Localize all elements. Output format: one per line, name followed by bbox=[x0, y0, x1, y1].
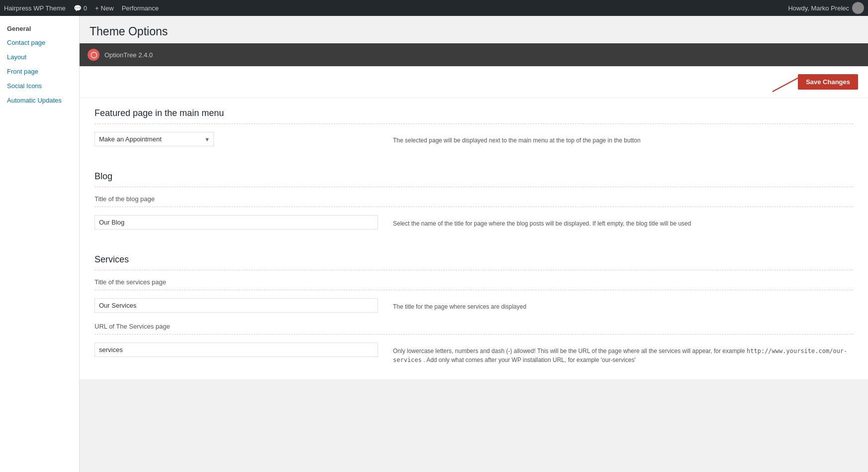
sidebar-item-front-page[interactable]: Front page bbox=[0, 64, 79, 79]
section-featured-page: Featured page in the main menu Make an A… bbox=[95, 98, 853, 161]
site-name[interactable]: Hairpress WP Theme bbox=[4, 4, 66, 12]
plus-icon: + bbox=[95, 4, 99, 12]
ot-version: OptionTree 2.4.0 bbox=[104, 51, 153, 59]
services-url-description: Only lowercase letters, numbers and dash… bbox=[393, 343, 853, 364]
performance-menu[interactable]: Performance bbox=[122, 4, 159, 12]
services-url-divider bbox=[95, 334, 853, 335]
services-title-divider bbox=[95, 290, 853, 290]
arrow-annotation bbox=[769, 71, 808, 96]
new-menu[interactable]: + New bbox=[95, 4, 114, 12]
field-main-services-title bbox=[95, 298, 378, 313]
general-section-label: General bbox=[0, 21, 79, 35]
services-title-input[interactable] bbox=[95, 298, 378, 313]
admin-sidebar: General Contact page Layout Front page S… bbox=[0, 16, 80, 472]
page-title-wrap: Theme Options bbox=[80, 16, 868, 43]
field-main-featured-page: Make an Appointment About Us Services Co… bbox=[95, 132, 378, 146]
blog-sub-section: Title of the blog page Select the name o… bbox=[95, 195, 853, 230]
field-row-services-url: Only lowercase letters, numbers and dash… bbox=[95, 343, 853, 364]
field-row-blog-title: Select the name of the title for page wh… bbox=[95, 215, 853, 230]
ot-icon: ◯ bbox=[88, 49, 99, 61]
services-title-sub-section: Title of the services page The title for… bbox=[95, 278, 853, 313]
blog-title-input[interactable] bbox=[95, 215, 378, 230]
sidebar-item-contact-page[interactable]: Contact page bbox=[0, 35, 79, 50]
section-divider bbox=[95, 123, 853, 124]
page-title: Theme Options bbox=[90, 25, 858, 38]
option-tree-header: ◯ OptionTree 2.4.0 bbox=[80, 43, 868, 66]
blog-field-label: Title of the blog page bbox=[95, 195, 853, 203]
field-main-services-url bbox=[95, 343, 378, 357]
admin-bar: Hairpress WP Theme 💬 0 + New Performance… bbox=[0, 0, 868, 16]
field-row-services-title: The title for the page where services ar… bbox=[95, 298, 853, 313]
sidebar-item-automatic-updates[interactable]: Automatic Updates bbox=[0, 93, 79, 108]
section-blog-title: Blog bbox=[95, 171, 853, 182]
featured-page-select[interactable]: Make an Appointment About Us Services Co… bbox=[95, 132, 214, 146]
section-services: Services Title of the services page The … bbox=[95, 244, 853, 379]
blog-field-divider bbox=[95, 207, 853, 207]
services-url-sub-section: URL of The Services page Only lowercase … bbox=[95, 323, 853, 364]
comment-bubble-icon: 💬 bbox=[74, 4, 82, 12]
user-info: Howdy, Marko Prelec bbox=[788, 2, 864, 14]
field-row-featured-page: Make an Appointment About Us Services Co… bbox=[95, 132, 853, 146]
services-title-label: Title of the services page bbox=[95, 278, 853, 286]
featured-page-select-wrap[interactable]: Make an Appointment About Us Services Co… bbox=[95, 132, 214, 146]
services-title-description: The title for the page where services ar… bbox=[393, 298, 853, 311]
save-changes-bar: Save Changes bbox=[80, 66, 868, 98]
form-body: Featured page in the main menu Make an A… bbox=[80, 98, 868, 379]
user-greeting: Howdy, Marko Prelec bbox=[788, 4, 849, 12]
avatar bbox=[852, 2, 864, 14]
featured-page-description: The selected page will be displayed next… bbox=[393, 132, 853, 145]
services-url-input[interactable] bbox=[95, 343, 378, 357]
section-featured-page-title: Featured page in the main menu bbox=[95, 108, 853, 118]
section-blog-divider bbox=[95, 187, 853, 187]
sidebar-item-social-icons[interactable]: Social Icons bbox=[0, 79, 79, 93]
svg-line-0 bbox=[772, 76, 802, 92]
blog-title-description: Select the name of the title for page wh… bbox=[393, 215, 853, 228]
form-fields-area: Featured page in the main menu Make an A… bbox=[80, 98, 868, 379]
sidebar-item-layout[interactable]: Layout bbox=[0, 50, 79, 64]
services-url-label: URL of The Services page bbox=[95, 323, 853, 330]
section-services-title: Services bbox=[95, 254, 853, 265]
field-main-blog-title bbox=[95, 215, 378, 230]
section-services-divider bbox=[95, 270, 853, 270]
section-blog: Blog Title of the blog page Select the n… bbox=[95, 161, 853, 244]
comments-link[interactable]: 💬 0 bbox=[74, 4, 87, 12]
